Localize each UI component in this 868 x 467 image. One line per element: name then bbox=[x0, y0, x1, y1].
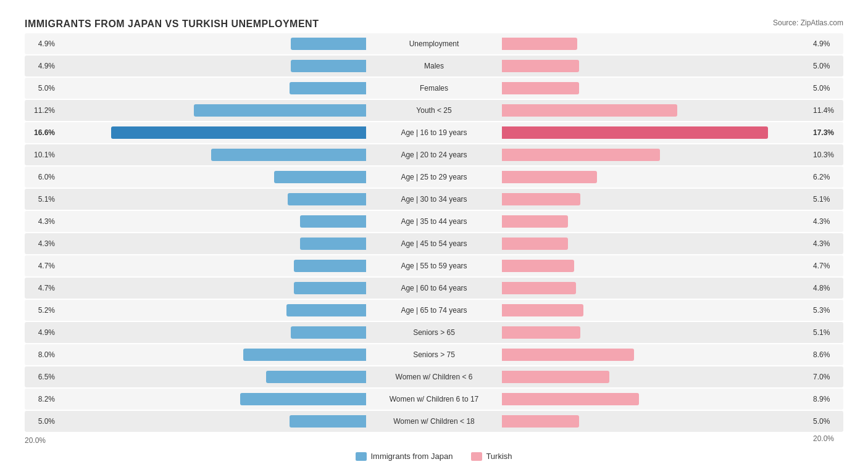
right-bar bbox=[502, 38, 577, 50]
legend: Immigrants from Japan Turkish bbox=[25, 452, 843, 461]
left-bar bbox=[294, 282, 366, 294]
right-bar bbox=[502, 215, 568, 228]
legend-japan-icon bbox=[356, 452, 367, 461]
left-value: 11.2% bbox=[25, 106, 59, 115]
bar-row: 5.1% Age | 30 to 34 years 5.1% bbox=[25, 189, 843, 210]
bar-row: 6.5% Women w/ Children < 6 7.0% bbox=[25, 366, 843, 387]
right-bar-area bbox=[502, 60, 809, 72]
left-bar bbox=[266, 371, 366, 383]
left-bar bbox=[294, 260, 366, 272]
left-bar bbox=[300, 215, 366, 228]
right-bar-area bbox=[502, 260, 809, 272]
left-value: 8.0% bbox=[25, 350, 59, 359]
left-bar bbox=[211, 149, 366, 161]
right-value: 5.0% bbox=[809, 417, 843, 426]
left-bar-area bbox=[59, 215, 366, 228]
left-value: 5.2% bbox=[25, 306, 59, 315]
row-label: Age | 25 to 29 years bbox=[366, 173, 502, 181]
right-value: 5.1% bbox=[809, 328, 843, 337]
right-value: 6.2% bbox=[809, 173, 843, 181]
row-label: Males bbox=[366, 62, 502, 70]
chart-container: IMMIGRANTS FROM JAPAN VS TURKISH UNEMPLO… bbox=[12, 12, 856, 467]
row-label: Youth < 25 bbox=[366, 106, 502, 115]
bar-row: 4.3% Age | 45 to 54 years 4.3% bbox=[25, 233, 843, 254]
legend-japan-label: Immigrants from Japan bbox=[370, 452, 453, 461]
bar-row: 8.2% Women w/ Children 6 to 17 8.9% bbox=[25, 389, 843, 410]
left-value: 4.9% bbox=[25, 39, 59, 48]
right-value: 5.0% bbox=[809, 84, 843, 93]
left-value: 4.7% bbox=[25, 262, 59, 270]
left-value: 4.3% bbox=[25, 217, 59, 226]
right-bar-area bbox=[502, 238, 809, 250]
bar-row: 11.2% Youth < 25 11.4% bbox=[25, 100, 843, 121]
right-bar bbox=[502, 349, 634, 361]
row-label: Age | 65 to 74 years bbox=[366, 306, 502, 315]
left-bar-area bbox=[59, 171, 366, 183]
chart-title: IMMIGRANTS FROM JAPAN VS TURKISH UNEMPLO… bbox=[25, 19, 319, 30]
right-value: 5.0% bbox=[809, 62, 843, 70]
row-label: Women w/ Children 6 to 17 bbox=[366, 395, 502, 403]
right-bar bbox=[502, 326, 580, 339]
legend-turkish-icon bbox=[471, 452, 482, 461]
left-bar bbox=[286, 304, 366, 316]
right-bar-area bbox=[502, 282, 809, 294]
right-bar-area bbox=[502, 215, 809, 228]
right-bar-area bbox=[502, 149, 809, 161]
left-bar bbox=[194, 104, 366, 117]
row-label: Age | 55 to 59 years bbox=[366, 262, 502, 270]
left-value: 4.9% bbox=[25, 328, 59, 337]
row-label: Age | 35 to 44 years bbox=[366, 217, 502, 226]
right-bar-area bbox=[502, 82, 809, 94]
left-bar-area bbox=[59, 82, 366, 94]
left-bar-area bbox=[59, 326, 366, 339]
bar-row: 4.3% Age | 35 to 44 years 4.3% bbox=[25, 211, 843, 232]
right-value: 7.0% bbox=[809, 373, 843, 381]
right-bar bbox=[502, 282, 576, 294]
legend-japan: Immigrants from Japan bbox=[356, 452, 453, 461]
right-value: 11.4% bbox=[809, 106, 843, 115]
left-bar-area bbox=[59, 282, 366, 294]
right-bar bbox=[502, 260, 574, 272]
right-bar-area bbox=[502, 126, 809, 139]
left-bar-area bbox=[59, 260, 366, 272]
left-bar-area bbox=[59, 193, 366, 205]
left-value: 6.5% bbox=[25, 373, 59, 381]
right-bar-area bbox=[502, 371, 809, 383]
bar-row: 4.9% Unemployment 4.9% bbox=[25, 33, 843, 54]
bar-row: 4.7% Age | 60 to 64 years 4.8% bbox=[25, 278, 843, 299]
right-bar bbox=[502, 393, 639, 405]
right-value: 5.3% bbox=[809, 306, 843, 315]
right-bar-area bbox=[502, 193, 809, 205]
legend-turkish: Turkish bbox=[471, 452, 512, 461]
left-bar-area bbox=[59, 104, 366, 117]
right-value: 10.3% bbox=[809, 151, 843, 159]
right-value: 8.9% bbox=[809, 395, 843, 403]
right-value: 4.8% bbox=[809, 284, 843, 292]
row-label: Females bbox=[366, 84, 502, 93]
left-value: 16.6% bbox=[25, 128, 59, 137]
left-value: 6.0% bbox=[25, 173, 59, 181]
left-bar-area bbox=[59, 304, 366, 316]
left-bar bbox=[291, 60, 366, 72]
left-bar-area bbox=[59, 349, 366, 361]
bar-row: 10.1% Age | 20 to 24 years 10.3% bbox=[25, 144, 843, 165]
axis-left-label: 20.0% bbox=[25, 436, 46, 445]
row-label: Unemployment bbox=[366, 39, 502, 48]
right-bar bbox=[502, 82, 579, 94]
left-bar-area bbox=[59, 371, 366, 383]
left-value: 10.1% bbox=[25, 151, 59, 159]
legend-turkish-label: Turkish bbox=[486, 452, 512, 461]
row-label: Age | 20 to 24 years bbox=[366, 151, 502, 159]
row-label: Age | 45 to 54 years bbox=[366, 239, 502, 248]
row-label: Seniors > 65 bbox=[366, 328, 502, 337]
row-label: Age | 30 to 34 years bbox=[366, 195, 502, 204]
right-value: 4.3% bbox=[809, 217, 843, 226]
left-bar bbox=[290, 82, 367, 94]
right-bar bbox=[502, 171, 597, 183]
right-bar bbox=[502, 415, 579, 428]
right-value: 4.3% bbox=[809, 239, 843, 248]
left-bar-area bbox=[59, 126, 366, 139]
right-value: 4.7% bbox=[809, 262, 843, 270]
right-bar-area bbox=[502, 415, 809, 428]
bar-row: 8.0% Seniors > 75 8.6% bbox=[25, 344, 843, 365]
